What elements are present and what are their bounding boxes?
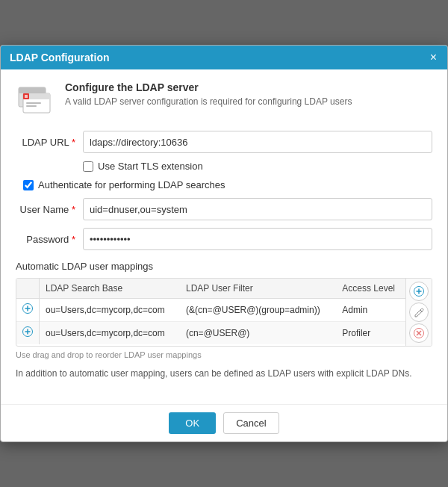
- row-add-btn[interactable]: [16, 299, 40, 322]
- additional-info: In addition to automatic user mapping, u…: [16, 367, 432, 380]
- ldap-config-dialog: LDAP Configuration ×: [0, 45, 448, 442]
- password-label: Password *: [16, 234, 83, 245]
- ok-button[interactable]: OK: [169, 412, 216, 434]
- add-mapping-button[interactable]: [409, 282, 429, 301]
- cancel-button[interactable]: Cancel: [223, 412, 279, 434]
- drag-hint: Use drag and drop to reorder LDAP user m…: [16, 350, 432, 359]
- dialog-body: Configure the LDAP server A valid LDAP s…: [1, 69, 447, 404]
- col-search-base-header: LDAP Search Base: [40, 279, 180, 299]
- dialog-title: LDAP Configuration: [10, 52, 110, 63]
- table-row: ou=Users,dc=mycorp,dc=com (cn=@USER@) Pr…: [16, 322, 405, 345]
- username-row: User Name *: [16, 198, 432, 220]
- cell-search-base: ou=Users,dc=mycorp,dc=com: [40, 299, 180, 322]
- mappings-table: LDAP Search Base LDAP User Filter Access…: [16, 279, 405, 344]
- dialog-header: LDAP Configuration ×: [1, 46, 447, 69]
- username-input[interactable]: [83, 198, 432, 220]
- delete-mapping-button[interactable]: [409, 323, 429, 343]
- svg-line-17: [420, 310, 423, 312]
- auth-checkbox[interactable]: [23, 180, 34, 190]
- info-description: A valid LDAP server configuration is req…: [65, 96, 352, 107]
- cell-search-base: ou=Users,dc=mycorp,dc=com: [40, 322, 180, 345]
- col-user-filter-header: LDAP User Filter: [180, 279, 336, 299]
- ldap-url-input[interactable]: [83, 131, 432, 153]
- col-access-level-header: Access Level: [336, 279, 405, 299]
- info-heading: Configure the LDAP server: [65, 81, 352, 93]
- tls-label[interactable]: Use Start TLS extension: [98, 161, 203, 172]
- ldap-url-label: LDAP URL *: [16, 137, 83, 148]
- cell-user-filter: (cn=@USER@): [180, 322, 336, 345]
- required-marker: *: [72, 137, 75, 148]
- edit-mapping-button[interactable]: [409, 303, 429, 322]
- table-row: ou=Users,dc=mycorp,dc=com (&(cn=@USER@)(…: [16, 299, 405, 322]
- svg-rect-4: [26, 102, 41, 104]
- info-section: Configure the LDAP server A valid LDAP s…: [16, 81, 432, 117]
- mappings-table-main: LDAP Search Base LDAP User Filter Access…: [16, 279, 405, 346]
- svg-rect-1: [19, 87, 46, 93]
- cell-access-level: Profiler: [336, 322, 405, 345]
- mappings-section-title: Automatic LDAP user mappings: [16, 261, 432, 272]
- svg-rect-7: [25, 95, 28, 98]
- username-label: User Name *: [16, 204, 83, 215]
- tls-checkbox-row: Use Start TLS extension: [83, 161, 432, 172]
- dialog-footer: OK Cancel: [1, 404, 447, 441]
- password-row: Password *: [16, 228, 432, 250]
- table-header-row: LDAP Search Base LDAP User Filter Access…: [16, 279, 405, 299]
- auth-checkbox-row: Authenticate for performing LDAP searche…: [23, 179, 432, 190]
- auth-label[interactable]: Authenticate for performing LDAP searche…: [38, 179, 225, 190]
- cell-user-filter: (&(cn=@USER@)(group=admin)): [180, 299, 336, 322]
- password-input[interactable]: [83, 228, 432, 250]
- cell-access-level: Admin: [336, 299, 405, 322]
- table-actions: [405, 279, 432, 346]
- ldap-icon: [16, 81, 55, 117]
- mappings-table-wrapper: LDAP Search Base LDAP User Filter Access…: [16, 278, 432, 347]
- tls-checkbox[interactable]: [83, 161, 93, 172]
- ldap-url-row: LDAP URL *: [16, 131, 432, 153]
- close-button[interactable]: ×: [429, 52, 438, 63]
- info-text: Configure the LDAP server A valid LDAP s…: [65, 81, 352, 107]
- row-add-btn[interactable]: [16, 322, 40, 345]
- col-add-header: [16, 279, 40, 299]
- svg-rect-5: [26, 105, 37, 107]
